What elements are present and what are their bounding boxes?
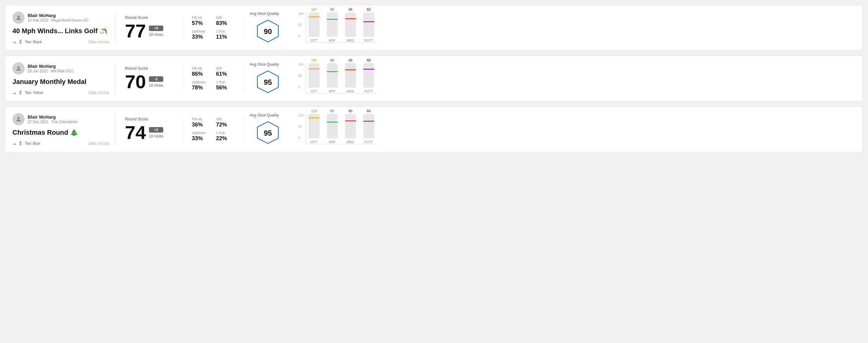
round-score-label: Round Score <box>125 117 173 121</box>
shot-quality-score: 90 <box>264 27 272 36</box>
updown-value: 78% <box>192 85 210 91</box>
bar-indicator <box>327 71 338 72</box>
round-info-section: Blair McHarg 12 Feb 2022 · Royal North D… <box>12 11 116 44</box>
y-axis: 100 50 0 <box>298 114 305 139</box>
user-name: Blair McHarg <box>28 114 78 120</box>
svg-point-4 <box>17 117 20 119</box>
score-main: 70 -2 18 Holes <box>125 72 173 91</box>
bar-fill <box>345 121 356 138</box>
tee-info: ☁ 🏌 Tee: Black <box>12 39 42 44</box>
round-title: January Monthly Medal <box>12 77 110 86</box>
score-diff-badge: -2 <box>149 76 163 82</box>
y-axis: 100 50 0 <box>298 63 305 89</box>
shot-quality-label: Avg Shot Quality <box>250 11 279 16</box>
score-section: Round Score 70 -2 18 Holes <box>116 66 183 91</box>
fw-hit-stat: FW Hit 36% <box>192 117 210 128</box>
bar-group-ott: 101 OTT <box>309 58 319 93</box>
weather-icon: ☁ <box>12 39 17 44</box>
bar-fill <box>309 17 319 37</box>
updown-label: Up/Down <box>192 131 210 135</box>
bar-fill <box>327 19 338 37</box>
hexagon-container: 95 <box>256 120 280 146</box>
gir-stat: GIR 83% <box>216 16 235 27</box>
bar-fill <box>363 121 374 138</box>
bar-wrapper <box>309 114 319 138</box>
bar-fill <box>327 71 338 88</box>
score-main: 74 +2 18 Holes <box>125 123 173 142</box>
score-badge-group: -2 18 Holes <box>149 76 163 88</box>
bar-indicator <box>309 117 319 118</box>
user-details: Blair McHarg 12 Feb 2022 · Royal North D… <box>28 13 89 23</box>
fw-hit-value: 86% <box>192 71 210 77</box>
tee-info: ☁ 🏌 Tee: Blue <box>12 141 40 146</box>
round-card-2: Blair McHarg 29 Jan 2022 · Mill Ride GCC… <box>5 56 863 101</box>
bar-x-label: APP <box>329 140 336 144</box>
fw-hit-label: FW Hit <box>192 67 210 70</box>
fw-hit-label: FW Hit <box>192 117 210 121</box>
bar-group-ott: 110 OTT <box>309 109 319 144</box>
gir-stat: GIR 61% <box>216 67 235 77</box>
fw-hit-label: FW Hit <box>192 16 210 20</box>
round-title: 40 Mph Winds... Links Golf 🪃 <box>12 27 110 36</box>
hexagon-container: 95 <box>256 70 280 95</box>
tee-label: Tee: Black <box>25 40 42 44</box>
gir-stat: GIR 72% <box>216 117 235 128</box>
shot-quality-label: Avg Shot Quality <box>250 113 279 117</box>
fw-hit-stat: FW Hit 57% <box>192 16 210 27</box>
updown-value: 33% <box>192 34 210 40</box>
round-score-label: Round Score <box>125 66 173 70</box>
bar-indicator <box>345 120 356 121</box>
user-name: Blair McHarg <box>28 64 74 69</box>
bar-x-label: ARG <box>347 89 354 93</box>
score-badge-group: +2 18 Holes <box>149 127 163 138</box>
bar-x-label: APP <box>329 39 336 42</box>
bar-x-label: PUTT <box>364 89 373 93</box>
round-card-1: Blair McHarg 12 Feb 2022 · Royal North D… <box>5 5 863 51</box>
stats-section: FW Hit 57% GIR 83% Up/Down 33% 1 Putt 11… <box>183 16 244 40</box>
round-score-label: Round Score <box>125 15 173 20</box>
bar-fill <box>309 69 319 88</box>
stats-grid: FW Hit 57% GIR 83% Up/Down 33% 1 Putt 11… <box>192 16 234 40</box>
shot-quality-section: Avg Shot Quality 90 <box>244 11 292 44</box>
bar-value-label: 95 <box>331 8 334 11</box>
bar-wrapper <box>345 12 356 37</box>
oneputt-stat: 1 Putt 56% <box>216 80 235 91</box>
gir-value: 61% <box>216 71 235 77</box>
bar-fill <box>309 118 319 138</box>
chart-section: 100 50 0 101 OTT 86 <box>292 63 856 94</box>
bar-wrapper <box>309 12 319 37</box>
bar-x-label: APP <box>329 89 336 93</box>
holes-label: 18 Holes <box>149 33 163 37</box>
bar-fill <box>363 22 374 37</box>
fw-hit-value: 57% <box>192 20 210 27</box>
bar-indicator <box>327 19 338 20</box>
tee-label: Tee: Blue <box>25 142 40 146</box>
bar-wrapper <box>363 63 374 88</box>
shot-quality-score: 95 <box>264 129 272 137</box>
oneputt-label: 1 Putt <box>216 131 235 135</box>
bar-value-label: 101 <box>311 58 317 62</box>
bar-x-label: ARG <box>347 140 354 144</box>
shot-quality-score: 95 <box>264 78 272 87</box>
bar-value-label: 93 <box>367 109 371 113</box>
score-diff-badge: +5 <box>149 26 163 31</box>
score-main: 77 +5 18 Holes <box>125 22 173 40</box>
chart-section: 100 50 0 107 OTT 95 <box>292 12 856 43</box>
fw-hit-stat: FW Hit 86% <box>192 67 210 77</box>
bar-group-arg: 98 ARG <box>345 8 356 42</box>
score-badge-group: +5 18 Holes <box>149 26 163 37</box>
oneputt-value: 22% <box>216 135 235 142</box>
bar-value-label: 98 <box>349 8 352 11</box>
oneputt-label: 1 Putt <box>216 80 235 84</box>
bar-group-putt: 99 PUTT <box>363 58 374 93</box>
updown-stat: Up/Down 78% <box>192 80 210 91</box>
updown-stat: Up/Down 33% <box>192 30 210 40</box>
bar-group-arg: 95 ARG <box>345 109 356 144</box>
holes-label: 18 Holes <box>149 134 163 138</box>
stats-section: FW Hit 86% GIR 61% Up/Down 78% 1 Putt 56… <box>183 67 244 91</box>
stats-grid: FW Hit 36% GIR 72% Up/Down 33% 1 Putt 22… <box>192 117 234 142</box>
data-source: Data: Arccos <box>89 40 110 44</box>
shot-quality-label: Avg Shot Quality <box>250 62 279 67</box>
bar-value-label: 110 <box>311 109 317 113</box>
bar-value-label: 96 <box>349 58 352 62</box>
